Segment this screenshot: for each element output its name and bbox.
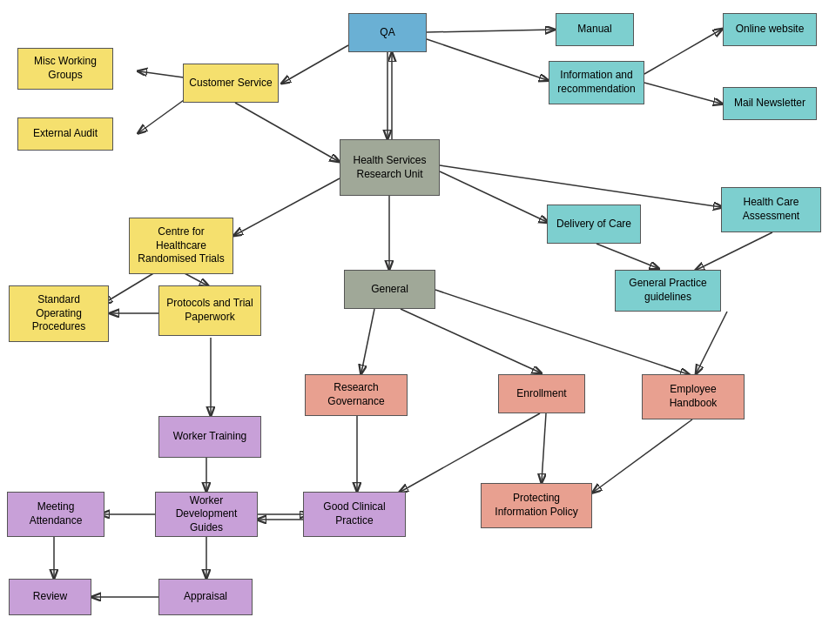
node-general-practice: General Practice guidelines	[615, 270, 721, 312]
node-worker-dev-guides: Worker Development Guides	[155, 492, 258, 537]
svg-line-14	[235, 178, 340, 235]
svg-line-16	[183, 272, 207, 285]
node-enrollment: Enrollment	[498, 374, 585, 413]
node-worker-training: Worker Training	[158, 416, 261, 458]
node-research-gov: Research Governance	[305, 374, 408, 416]
svg-line-1	[427, 39, 547, 80]
svg-line-20	[697, 312, 727, 372]
svg-line-2	[644, 30, 721, 74]
node-protecting-info: Protecting Information Policy	[481, 483, 592, 528]
svg-line-10	[440, 171, 547, 222]
diagram: QA Manual Information and recommendation…	[0, 0, 829, 644]
svg-line-12	[596, 244, 657, 268]
node-standard-op: Standard Operating Procedures	[9, 285, 109, 342]
svg-line-3	[644, 83, 721, 104]
node-delivery-of-care: Delivery of Care	[547, 205, 641, 244]
node-mail-newsletter: Mail Newsletter	[723, 87, 817, 120]
svg-line-13	[697, 232, 772, 270]
node-appraisal: Appraisal	[158, 579, 253, 615]
node-general: General	[344, 270, 435, 309]
node-protocols: Protocols and Trial Paperwork	[158, 285, 261, 336]
node-info-rec: Information and recommendation	[549, 61, 644, 104]
svg-line-31	[401, 413, 540, 492]
svg-line-33	[594, 419, 692, 492]
node-online-website: Online website	[723, 13, 817, 46]
node-meeting-attendance: Meeting Attendance	[7, 492, 104, 537]
node-misc-working-groups: Misc Working Groups	[17, 48, 113, 90]
node-customer-service: Customer Service	[183, 64, 279, 103]
svg-line-18	[361, 309, 374, 372]
node-health-services: Health Services Research Unit	[340, 139, 440, 196]
svg-line-4	[283, 45, 348, 83]
arrows-svg	[0, 0, 829, 644]
svg-line-32	[542, 413, 546, 481]
node-external-audit: External Audit	[17, 117, 113, 151]
node-centre-healthcare: Centre for Healthcare Randomised Trials	[129, 218, 233, 274]
node-manual: Manual	[556, 13, 634, 46]
svg-line-11	[440, 165, 721, 207]
node-employee-handbook: Employee Handbook	[642, 374, 745, 419]
svg-line-15	[104, 272, 155, 303]
node-qa: QA	[348, 13, 427, 52]
node-review: Review	[9, 579, 91, 615]
node-good-clinical: Good Clinical Practice	[303, 492, 406, 537]
svg-line-0	[427, 30, 553, 32]
node-health-care-assessment: Health Care Assessment	[721, 187, 821, 232]
svg-line-19	[401, 309, 540, 372]
svg-line-9	[235, 103, 338, 161]
